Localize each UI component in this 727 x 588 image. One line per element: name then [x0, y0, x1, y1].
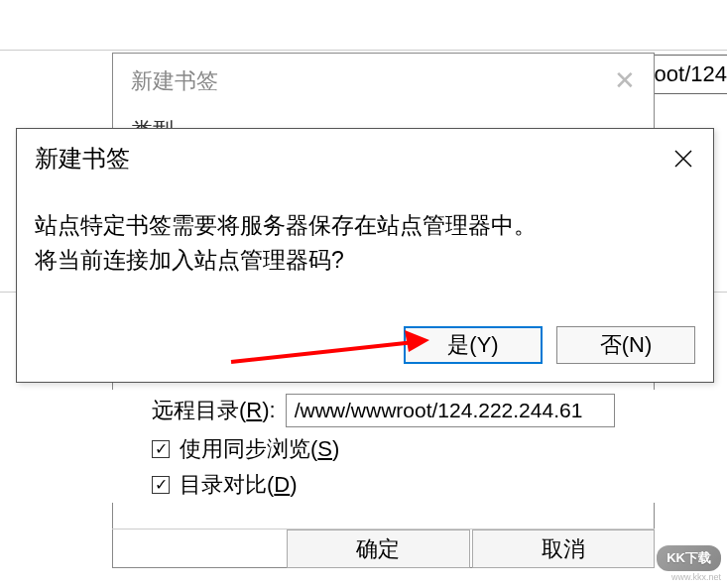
sync-browse-row[interactable]: ✓ 使用同步浏览(S) [112, 431, 655, 467]
close-icon[interactable]: ✕ [614, 65, 636, 96]
sync-browse-checkbox[interactable]: ✓ [152, 440, 170, 458]
confirm-dialog-message: 站点特定书签需要将服务器保存在站点管理器中。 将当前连接加入站点管理器码? [17, 184, 713, 277]
confirm-dialog-header: 新建书签 [17, 129, 713, 184]
no-button[interactable]: 否(N) [556, 326, 695, 364]
confirm-dialog-buttons: 是(Y) 否(N) [404, 326, 695, 364]
remote-dir-input[interactable] [286, 394, 615, 427]
dir-compare-label: 目录对比(D) [180, 470, 298, 500]
remote-dir-label: 远程目录(R): [152, 396, 276, 425]
dir-compare-checkbox[interactable]: ✓ [152, 476, 170, 494]
dir-compare-row[interactable]: ✓ 目录对比(D) [112, 467, 655, 503]
watermark: KK下载 www.kkx.net [657, 545, 721, 582]
cancel-button[interactable]: 取消 [472, 529, 656, 568]
confirm-save-site-dialog: 新建书签 站点特定书签需要将服务器保存在站点管理器中。 将当前连接加入站点管理器… [16, 128, 714, 383]
divider-top [0, 50, 727, 51]
dialog-footer-buttons: 确定 取消 [112, 529, 655, 568]
yes-button[interactable]: 是(Y) [404, 326, 543, 364]
close-icon[interactable] [671, 147, 695, 171]
back-dialog-title: 新建书签 [131, 66, 218, 96]
ok-button[interactable]: 确定 [287, 529, 470, 568]
watermark-badge: KK下载 [657, 545, 721, 571]
remote-dir-row: 远程目录(R): [112, 390, 655, 431]
watermark-url: www.kkx.net [657, 572, 721, 582]
top-right-path-fragment: oot/124 [646, 55, 727, 94]
bookmark-settings-panel: 远程目录(R): ✓ 使用同步浏览(S) ✓ 目录对比(D) [112, 390, 655, 503]
back-dialog-header: 新建书签 ✕ [113, 54, 654, 108]
confirm-dialog-title: 新建书签 [35, 143, 130, 175]
sync-browse-label: 使用同步浏览(S) [180, 434, 339, 464]
